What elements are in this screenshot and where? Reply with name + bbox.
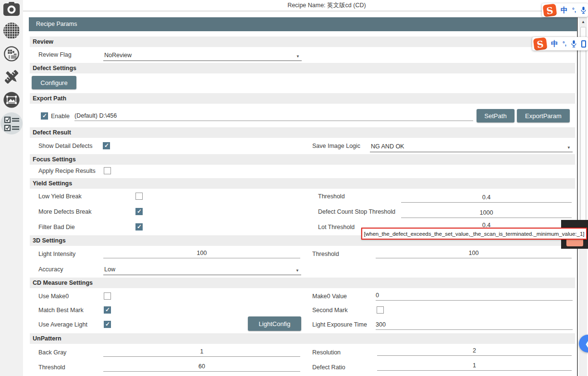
sidebar: [0, 0, 23, 376]
sidebar-item-wafer-data[interactable]: [3, 45, 20, 62]
3d-threshold-input[interactable]: 100: [376, 247, 572, 258]
camera-icon: [3, 1, 20, 17]
section-header-yield-settings: Yield Settings: [30, 178, 575, 189]
more-defects-break-checkbox[interactable]: [135, 208, 143, 215]
use-average-light-checkbox[interactable]: [104, 321, 111, 328]
enable-checkbox[interactable]: [41, 112, 48, 120]
unpattern-threshold-label: Threshold: [38, 364, 65, 371]
save-image-logic-dropdown[interactable]: NG AND OK ▼: [370, 141, 573, 152]
microphone-icon[interactable]: [580, 6, 587, 14]
section-header-export-path: Export Path: [30, 93, 575, 104]
scrollbar-thumb[interactable]: [580, 27, 586, 242]
lot-threshold-label: Lot Threshold: [318, 224, 355, 230]
show-detail-defects-checkbox[interactable]: [103, 142, 110, 149]
accuracy-dropdown[interactable]: Low ▼: [103, 264, 301, 275]
review-flag-dropdown[interactable]: NoReview ▼: [103, 49, 302, 61]
match-best-mark-label: Match Best Mark: [38, 307, 84, 314]
yield-threshold-input[interactable]: 0.4: [401, 191, 572, 203]
panel-header: Recipe Params: [29, 17, 577, 31]
review-flag-label: Review Flag: [38, 51, 72, 58]
sidebar-item-image[interactable]: [3, 91, 20, 109]
exportparam-button[interactable]: ExportParam: [517, 109, 570, 122]
chevron-down-icon: ▼: [295, 268, 299, 273]
measure-tools-icon: [3, 68, 20, 85]
apply-recipe-results-checkbox[interactable]: [104, 167, 111, 174]
make0-value-input[interactable]: 0: [376, 289, 573, 301]
image-icon: [3, 91, 20, 109]
lightconfig-button[interactable]: LightConfig: [248, 316, 301, 331]
low-yield-break-checkbox[interactable]: [135, 193, 143, 200]
resolution-input[interactable]: 2: [377, 344, 572, 356]
apply-recipe-results-label: Apply Recipe Results: [38, 168, 96, 174]
ime-punctuation-toggle[interactable]: °,: [572, 7, 576, 13]
panel-right-border: [577, 17, 578, 376]
checklist-icon: [4, 116, 20, 132]
3d-threshold-label: Threshold: [312, 251, 339, 257]
microphone-icon[interactable]: [571, 40, 577, 48]
section-header-defect-settings: Defect Settings: [30, 63, 575, 73]
unpattern-threshold-input[interactable]: 60: [103, 360, 300, 372]
app-window: Recipe Name: 英文版cd (CD) Recipe Params ▲ …: [0, 0, 588, 376]
chevron-down-icon: ▼: [296, 54, 300, 59]
section-header-focus-settings: Focus Settings: [30, 154, 575, 165]
defect-ratio-label: Defect Ratio: [312, 364, 345, 371]
section-header-unpattern: UnPattern: [30, 333, 575, 344]
sogou-logo-icon[interactable]: S: [533, 37, 548, 50]
ime-keyboard-icon[interactable]: [581, 40, 586, 48]
sogou-logo-icon[interactable]: S: [543, 3, 557, 17]
accuracy-label: Accuracy: [38, 266, 63, 273]
ime-language-toggle[interactable]: 中: [551, 39, 558, 49]
light-exposure-time-input[interactable]: 300: [376, 317, 573, 330]
ime-toolbar-top: S 中 °,: [542, 3, 588, 17]
defect-ratio-input[interactable]: 1: [377, 359, 572, 371]
configure-button[interactable]: Configure: [32, 76, 76, 89]
sidebar-item-measure[interactable]: [3, 68, 20, 85]
more-defects-break-label: More Defects Break: [38, 208, 91, 215]
use-average-light-label: Use Average Light: [38, 321, 87, 328]
defect-count-stop-threshold-label: Defect Count Stop Threshold: [318, 208, 395, 215]
enable-label: Enable: [51, 113, 70, 120]
sidebar-item-recipe-params[interactable]: [3, 115, 21, 133]
title-divider: [23, 11, 588, 12]
wafer-data-icon: [3, 45, 20, 63]
ime-toolbar-second: S 中 °,: [532, 37, 588, 50]
chevron-left-icon: ❮: [585, 340, 588, 348]
low-yield-break-label: Low Yield Break: [38, 193, 82, 200]
ime-punctuation-toggle[interactable]: °,: [563, 40, 566, 47]
scrollbar-up-icon[interactable]: ▲: [579, 18, 587, 25]
yield-threshold-label: Threshold: [318, 193, 345, 200]
sidebar-item-camera[interactable]: [3, 0, 20, 18]
use-make0-label: Use Make0: [38, 293, 69, 300]
section-header-defect-result: Defect Result: [30, 127, 575, 138]
light-intensity-input[interactable]: 100: [103, 247, 300, 258]
ime-language-toggle[interactable]: 中: [561, 6, 568, 15]
light-intensity-label: Light Intensity: [38, 251, 75, 257]
save-image-logic-label: Save Image Logic: [312, 143, 360, 149]
section-header-cd-measure: CD Measure Settings: [30, 278, 575, 288]
second-mark-checkbox[interactable]: [377, 306, 384, 314]
light-exposure-time-label: Light Exposure Time: [312, 321, 367, 328]
setpath-button[interactable]: SetPath: [477, 109, 514, 122]
chevron-down-icon: ▼: [567, 146, 571, 150]
make0-value-label: Make0 Value: [312, 293, 347, 300]
wafer-icon: [3, 22, 20, 39]
filter-bad-die-checkbox[interactable]: [135, 223, 143, 230]
filter-bad-die-label: Filter Bad Die: [38, 224, 75, 230]
sidebar-item-wafer[interactable]: [3, 22, 20, 39]
tooltip: [when_the_defect_exceeds_the_set_value,_…: [361, 228, 587, 240]
recipe-name-title: Recipe Name: 英文版cd (CD): [231, 1, 423, 10]
second-mark-label: Second Mark: [312, 307, 348, 314]
use-make0-checkbox[interactable]: [104, 292, 111, 300]
back-gray-input[interactable]: 1: [103, 345, 300, 357]
show-detail-defects-label: Show Detail Defects: [38, 143, 93, 149]
back-gray-label: Back Gray: [38, 349, 66, 356]
section-header-review: Review: [30, 36, 575, 47]
export-path-input[interactable]: (Default) D:\456: [74, 109, 473, 121]
resolution-label: Resolution: [312, 349, 341, 356]
match-best-mark-checkbox[interactable]: [104, 306, 111, 314]
